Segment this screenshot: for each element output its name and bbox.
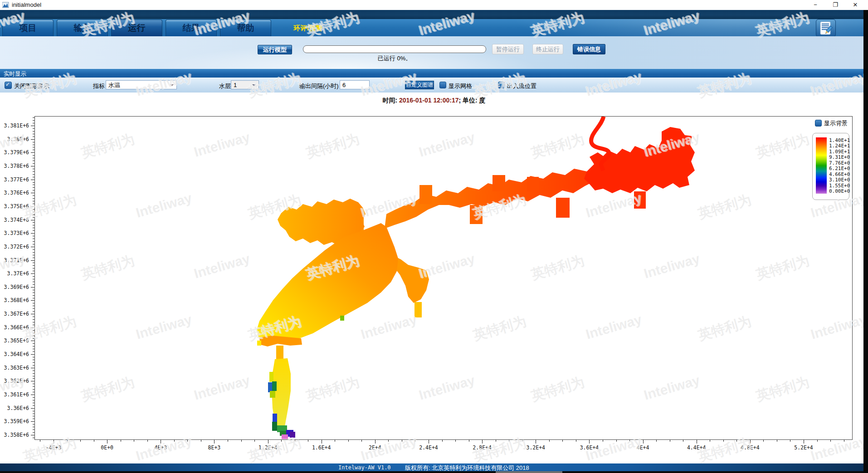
y-axis-label: 3.363E+6 — [0, 365, 29, 371]
y-minor-tick — [33, 258, 34, 258]
y-minor-tick — [33, 222, 34, 223]
realtime-controls-row: 关闭图形显示 指标 水温 水层 1 输出间隔(小时) 自定义图谱 显示网格 出入… — [0, 78, 868, 93]
y-axis-label: 3.367E+6 — [0, 311, 29, 317]
x-tick — [536, 440, 536, 444]
error-info-button[interactable]: 错误信息 — [573, 44, 605, 54]
close-graph-label: 关闭图形显示 — [14, 82, 49, 90]
indicator-dropdown[interactable]: 水温 — [106, 80, 177, 89]
y-axis-label: 3.374E+6 — [0, 217, 29, 223]
right-edge — [863, 10, 868, 473]
tab-results[interactable]: 结果 — [166, 20, 217, 36]
green-speck — [340, 316, 344, 321]
y-minor-tick — [33, 271, 34, 271]
y-axis-label: 3.375E+6 — [0, 203, 29, 210]
y-axis-label: 3.361E+6 — [0, 391, 29, 398]
x-minor-tick — [790, 440, 790, 442]
y-minor-tick — [33, 338, 34, 339]
layer-dropdown[interactable]: 1 — [231, 80, 259, 89]
x-minor-tick — [455, 440, 456, 442]
restore-button[interactable]: ❐ — [825, 0, 845, 10]
y-tick — [31, 327, 34, 328]
y-minor-tick — [33, 392, 34, 392]
y-minor-tick — [33, 123, 34, 123]
y-axis-label: 3.358E+6 — [0, 432, 29, 438]
y-minor-tick — [33, 343, 34, 344]
stop-run-button[interactable]: 终止运行 — [532, 44, 563, 54]
x-minor-tick — [134, 440, 134, 442]
pause-run-button[interactable]: 暂停运行 — [492, 44, 524, 54]
time-value: 2016-01-01 12:00:17 — [399, 97, 459, 104]
y-minor-tick — [33, 325, 34, 325]
time-label: 时间: 2016-01-01 12:00:17; 单位: 度 — [0, 97, 868, 105]
flow-positions-checkbox[interactable] — [498, 82, 505, 88]
run-model-button[interactable]: 运行模型 — [258, 45, 292, 54]
x-axis-label: 1.2E+4 — [248, 444, 288, 451]
x-minor-tick — [201, 440, 201, 442]
y-minor-tick — [33, 182, 34, 183]
y-tick — [31, 152, 34, 153]
y-minor-tick — [33, 351, 34, 352]
y-minor-tick — [33, 228, 34, 228]
y-minor-tick — [33, 357, 34, 357]
x-tick — [161, 440, 161, 444]
x-minor-tick — [94, 440, 94, 442]
y-axis-label: 3.37E+6 — [0, 270, 29, 277]
y-tick — [31, 354, 34, 355]
y-tick — [31, 193, 34, 193]
realtime-section-header: 实时显示 — [0, 69, 868, 78]
env-warning-tab[interactable]: 环评/预警 — [293, 24, 322, 33]
x-tick — [107, 440, 107, 444]
interval-input[interactable] — [340, 80, 370, 89]
x-axis-label: 4E+4 — [623, 444, 663, 451]
x-axis-label: 3.6E+4 — [569, 444, 610, 451]
app-version: Intelway-AW V1.0 — [338, 464, 391, 471]
x-minor-tick — [281, 440, 282, 442]
y-minor-tick — [33, 174, 34, 175]
show-grid-checkbox[interactable] — [439, 82, 446, 88]
show-grid-label: 显示网格 — [449, 82, 472, 90]
notepad-pencil-icon[interactable] — [816, 19, 836, 37]
y-tick — [31, 408, 34, 409]
x-minor-tick — [402, 440, 402, 442]
x-minor-tick — [844, 440, 844, 442]
y-tick — [31, 180, 34, 180]
close-button[interactable]: ✕ — [845, 0, 865, 10]
x-minor-tick — [629, 440, 630, 442]
y-minor-tick — [33, 137, 34, 137]
y-tick — [31, 233, 34, 234]
custom-palette-button[interactable]: 自定义图谱 — [405, 81, 434, 89]
minimize-button[interactable]: − — [805, 0, 825, 10]
y-minor-tick — [33, 349, 34, 349]
x-tick — [589, 440, 590, 444]
y-minor-tick — [33, 134, 34, 134]
y-minor-tick — [33, 303, 34, 303]
x-minor-tick — [616, 440, 617, 442]
x-minor-tick — [147, 440, 148, 442]
y-tick — [31, 421, 34, 422]
tab-input[interactable]: 输入 — [57, 20, 108, 36]
x-axis-label: 4.8E+4 — [730, 444, 770, 451]
x-minor-tick — [522, 440, 523, 442]
y-minor-tick — [33, 142, 34, 142]
y-minor-tick — [33, 163, 34, 164]
x-minor-tick — [683, 440, 683, 442]
tab-help[interactable]: 帮助 — [220, 20, 271, 36]
y-axis-label: 3.373E+6 — [0, 230, 29, 236]
y-minor-tick — [33, 416, 34, 416]
x-minor-tick — [817, 440, 818, 442]
time-prefix: 时间: — [382, 97, 399, 104]
y-minor-tick — [33, 414, 34, 414]
y-minor-tick — [33, 117, 34, 118]
x-minor-tick — [121, 440, 121, 442]
close-graph-checkbox[interactable] — [5, 82, 12, 89]
y-minor-tick — [33, 333, 34, 333]
tab-run[interactable]: 运行 — [111, 20, 162, 36]
y-minor-tick — [33, 378, 34, 379]
tab-project[interactable]: 项目 — [2, 20, 54, 36]
y-minor-tick — [33, 252, 34, 253]
y-minor-tick — [33, 177, 34, 177]
y-minor-tick — [33, 239, 34, 239]
x-minor-tick — [67, 440, 68, 442]
y-minor-tick — [33, 317, 34, 317]
y-minor-tick — [33, 397, 34, 398]
